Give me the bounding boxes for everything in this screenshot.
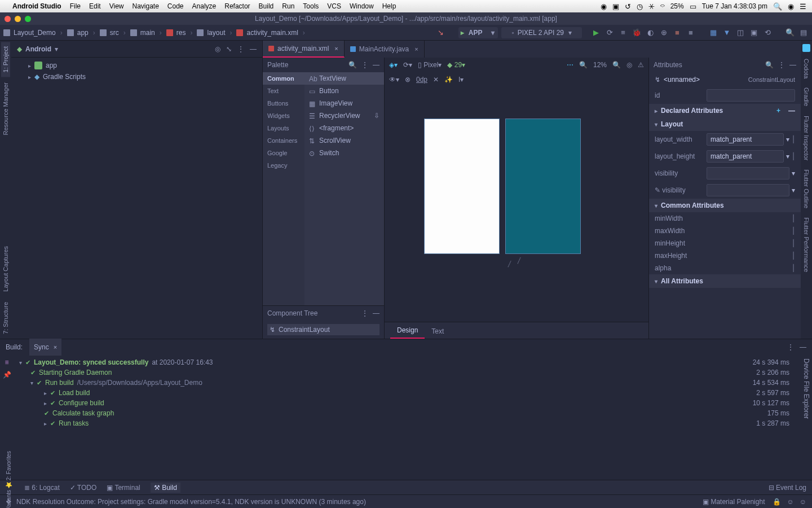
run-button[interactable]: ▶ [591,28,601,38]
tool-gradle[interactable]: Gradle [802,83,811,111]
options-icon[interactable]: ⋮ [237,45,244,53]
dropdown-icon[interactable]: ▾ [786,152,789,160]
tab-mainactivity-java[interactable]: MainActivity.java × [345,41,425,58]
warnings-icon[interactable]: ⚠ [638,61,644,69]
apply-code-changes-icon[interactable]: ≡ [618,28,628,38]
tool-resource-manager[interactable]: Resource Manager [1,78,10,140]
crumb-layout[interactable]: layout [207,29,225,37]
bluetooth-icon[interactable]: ⚹ [648,2,655,11]
cat-text[interactable]: Text [263,85,304,97]
sdk-manager-icon[interactable]: ▼ [722,28,732,38]
add-attribute-icon[interactable]: + [776,107,780,115]
menu-edit[interactable]: Edit [89,2,101,10]
chevron-down-icon[interactable]: ▾ [30,380,33,386]
view-options-icon[interactable]: 👁▾ [389,76,399,84]
bottom-tab-logcat[interactable]: ≣ 6: Logcat [24,484,60,492]
build-row-label[interactable]: Load build [59,389,90,397]
build-row-label[interactable]: Calculate task graph [52,409,114,417]
device-selector[interactable]: ▯ Pixel▾ [418,61,442,69]
blueprint-surface[interactable] [505,119,581,254]
build-sync-tab[interactable]: Sync × [29,339,61,356]
tree-item-app[interactable]: ▸ app [11,60,262,71]
crumb-project[interactable]: Layout_Demo [14,29,56,37]
wifi-icon[interactable]: ⌔ [660,2,665,11]
siri-icon[interactable]: ◉ [788,2,794,11]
chevron-right-icon[interactable]: ▸ [44,421,47,427]
crumb-src[interactable]: src [110,29,119,37]
menu-run[interactable]: Run [282,2,294,10]
options-icon[interactable]: ⋮ [778,61,785,69]
section-layout[interactable]: ▾Layout [649,117,801,131]
display-icon[interactable]: ▣ [612,2,619,11]
build-row-label[interactable]: Run tasks [59,419,89,427]
spotlight-icon[interactable]: 🔍 [773,2,782,11]
tool-flutter-inspector[interactable]: Flutter Inspector [802,111,811,165]
magnet-icon[interactable]: ⊗ [405,76,411,84]
attach-debugger-icon[interactable]: ⊕ [659,28,669,38]
device-selector[interactable]: ▫PIXEL 2 API 29▾ [501,27,582,38]
design-surface-icon[interactable]: ◈▾ [389,61,398,69]
chevron-right-icon[interactable]: ▸ [28,74,31,80]
options-icon[interactable]: ⋮ [361,309,368,317]
default-margin[interactable]: 0dp [416,76,427,84]
tool-project[interactable]: 1: Project [1,42,10,77]
chevron-right-icon[interactable]: ▸ [44,400,47,406]
crumb-file[interactable]: activity_main.xml [246,29,298,37]
options-icon[interactable]: ⋮ [361,61,368,69]
device-file-explorer-tab[interactable]: Device File Explorer [802,358,810,419]
build-row-label[interactable]: Starting Gradle Daemon [39,369,112,376]
component-constraintlayout[interactable]: ↯ ConstraintLayout [267,324,379,335]
build-variants-tab[interactable]: Build Variants [6,490,12,508]
dropdown-icon[interactable]: ▾ [792,169,795,177]
crumb-main[interactable]: main [140,29,155,37]
bottom-tab-terminal[interactable]: ▣ Terminal [107,484,140,492]
section-declared[interactable]: ▸Declared Attributes+— [649,104,801,117]
layout-height-input[interactable] [707,150,784,163]
collapse-icon[interactable]: ⤡ [226,45,232,53]
tools-visibility-input[interactable] [707,184,789,196]
widget-textview[interactable]: AbTextView [304,72,384,85]
text-tab[interactable]: Text [425,324,451,339]
design-tab[interactable]: Design [390,323,425,339]
section-all[interactable]: ▾All Attributes [649,274,801,288]
project-view-selector[interactable]: Android [25,45,51,53]
tool-flutter-performance[interactable]: Flutter Performance [802,213,811,277]
tab-activity-main-xml[interactable]: activity_main.xml × [263,41,345,58]
zoom-out-icon[interactable]: 🔍 [579,61,588,69]
attr-id-input[interactable] [707,89,795,102]
crumb-app[interactable]: app [77,29,89,37]
status-icon[interactable]: ◉ [601,2,607,11]
build-row-label[interactable]: Configure build [59,399,104,407]
minimize-icon[interactable]: — [800,343,806,351]
layout-width-input[interactable] [707,133,784,146]
resource-manager-icon[interactable]: ◫ [735,28,745,38]
cat-widgets[interactable]: Widgets [263,110,304,122]
orientation-icon[interactable]: ⟳▾ [403,61,412,69]
widget-imageview[interactable]: ▦ImageView [304,97,384,110]
menu-analyze[interactable]: Analyze [192,2,217,10]
search-icon[interactable]: 🔍 [348,61,357,69]
timemachine-icon[interactable]: ↺ [625,2,631,11]
search-everywhere-icon[interactable]: 🔍 [785,28,795,38]
zoom-window-button[interactable] [25,16,31,22]
menu-tools[interactable]: Tools [303,2,319,10]
menu-vcs[interactable]: VCS [327,2,341,10]
menu-help[interactable]: Help [382,2,396,10]
widget-button[interactable]: ▭Button [304,85,384,97]
menu-code[interactable]: Code [167,2,184,10]
more-icon[interactable]: ⋯ [567,61,573,69]
search-icon[interactable]: 🔍 [765,61,774,69]
event-log-button[interactable]: ⊟ Event Log [769,484,806,492]
clock[interactable]: Tue 7 Jan 4:38:03 pm [702,2,767,10]
widget-scrollview[interactable]: ⇅ScrollView [304,134,384,147]
minimize-icon[interactable]: — [373,61,379,69]
chevron-down-icon[interactable]: ▾ [19,360,22,366]
face-icon[interactable]: ☺ [787,498,793,506]
options-icon[interactable]: ⋮ [787,343,794,351]
chevron-right-icon[interactable]: ▸ [28,63,31,69]
lock-icon[interactable]: 🔒 [773,498,781,506]
menu-navigate[interactable]: Navigate [132,2,158,10]
stop-button[interactable]: ■ [672,28,682,38]
bottom-tab-todo[interactable]: ✓ TODO [70,484,97,492]
zoom-level[interactable]: 12% [593,61,607,69]
